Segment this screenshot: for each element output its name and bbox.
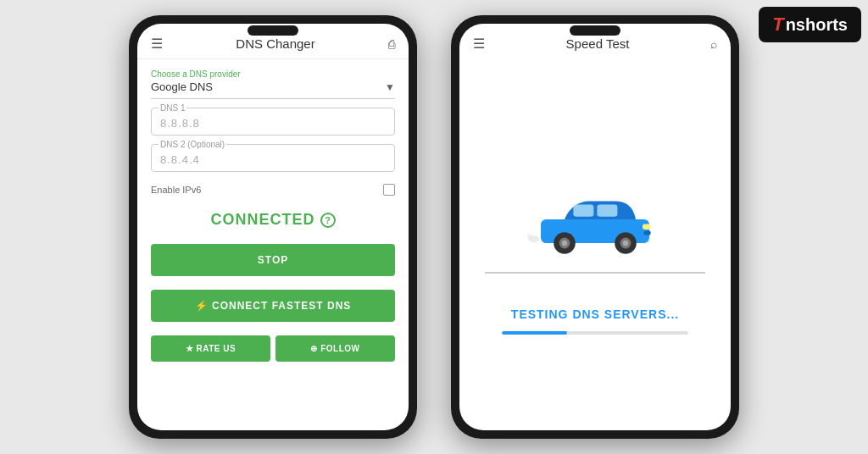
stop-button[interactable]: STOP: [151, 244, 395, 276]
scene: ☰ DNS Changer ⎙ Choose a DNS provider Go…: [0, 0, 868, 454]
follow-button[interactable]: ⊕ FOLLOW: [275, 335, 395, 362]
tnshorts-rest-text: nshorts: [786, 15, 848, 35]
progress-bar: [502, 331, 688, 335]
rate-us-button[interactable]: ★ RATE US: [151, 335, 270, 362]
svg-rect-1: [573, 204, 593, 216]
svg-point-5: [562, 240, 567, 245]
menu-icon[interactable]: ☰: [151, 36, 163, 52]
svg-rect-9: [643, 224, 651, 229]
progress-bar-fill: [502, 331, 567, 335]
ipv6-checkbox[interactable]: [383, 184, 395, 196]
search-icon-speed[interactable]: ⌕: [710, 37, 717, 51]
svg-rect-10: [644, 230, 651, 235]
dns2-label: DNS 2 (Optional): [159, 140, 226, 149]
dns-provider-section: Choose a DNS provider Google DNS ▼: [151, 69, 395, 99]
connect-fastest-dns-button[interactable]: ⚡ CONNECT FASTEST DNS: [151, 290, 395, 322]
phone-screen-dns: ☰ DNS Changer ⎙ Choose a DNS provider Go…: [137, 24, 409, 430]
tnshorts-badge: T nshorts: [759, 7, 861, 42]
chevron-down-icon: ▼: [385, 81, 395, 93]
phone2-notch: [570, 25, 620, 36]
testing-dns-text: TESTING DNS SERVERS...: [511, 307, 679, 321]
info-icon[interactable]: ?: [320, 213, 336, 228]
dns-provider-select[interactable]: Google DNS ▼: [151, 80, 395, 99]
svg-point-8: [623, 240, 628, 245]
dns-provider-value: Google DNS: [151, 80, 213, 93]
road-line: [485, 272, 705, 274]
dns2-value: 8.8.4.4: [160, 153, 386, 166]
phone-dns-changer: ☰ DNS Changer ⎙ Choose a DNS provider Go…: [129, 15, 417, 439]
app-title-dns: DNS Changer: [236, 36, 314, 51]
connected-section: CONNECTED ?: [151, 211, 395, 229]
dns1-field[interactable]: DNS 1 8.8.8.8: [151, 108, 395, 136]
bottom-buttons-row: ★ RATE US ⊕ FOLLOW: [151, 335, 395, 362]
dns-provider-label: Choose a DNS provider: [151, 69, 395, 79]
app-title-speed: Speed Test: [566, 36, 630, 51]
dns1-label: DNS 1: [159, 103, 186, 113]
phone-speed-test: ☰ Speed Test ⌕: [451, 15, 739, 439]
phone-screen-speed: ☰ Speed Test ⌕: [459, 24, 731, 430]
svg-rect-2: [597, 204, 617, 216]
speed-test-content: TESTING DNS SERVERS...: [459, 58, 731, 430]
menu-icon-speed[interactable]: ☰: [473, 36, 485, 52]
share-icon[interactable]: ⎙: [388, 37, 395, 51]
ipv6-label: Enable IPv6: [151, 185, 201, 195]
phone-notch: [248, 25, 298, 36]
ipv6-row: Enable IPv6: [151, 184, 395, 196]
connected-status: CONNECTED: [210, 211, 314, 229]
dns1-value: 8.8.8.8: [160, 117, 386, 130]
car-scene: [476, 155, 714, 291]
dns-app-content: Choose a DNS provider Google DNS ▼ DNS 1…: [137, 59, 409, 430]
car-illustration: [527, 180, 663, 265]
tnshorts-t-letter: T: [772, 14, 783, 36]
dns2-field[interactable]: DNS 2 (Optional) 8.8.4.4: [151, 144, 395, 172]
